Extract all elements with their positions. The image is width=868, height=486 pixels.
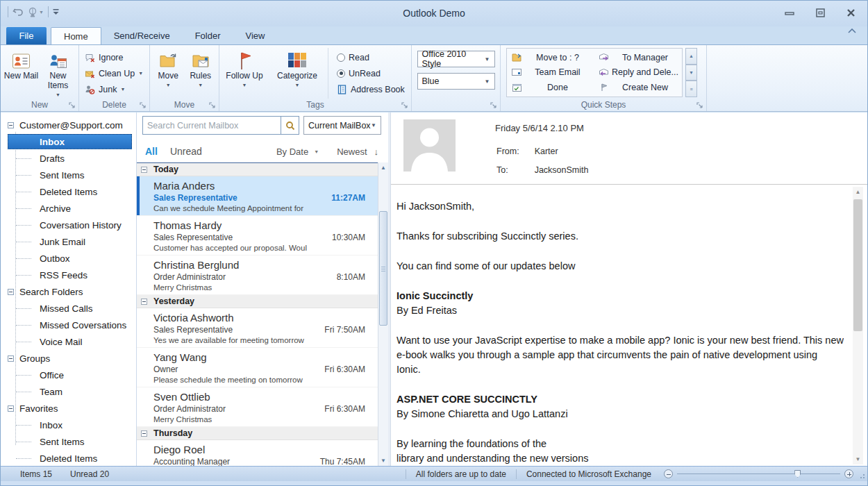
mail-item[interactable]: Sven Ottlieb Order AdministratorFri 6:30…	[137, 387, 378, 427]
collapse-icon[interactable]	[141, 430, 147, 437]
tree-item-fav-sent-items[interactable]: Sent Items	[1, 433, 136, 450]
tree-item-fav-deleted-items[interactable]: Deleted Items	[1, 450, 136, 466]
tree-item-drafts[interactable]: Drafts	[1, 150, 136, 167]
theme-combo[interactable]: Blue ▼	[417, 73, 495, 90]
tree-item-archive[interactable]: Archive	[1, 200, 136, 217]
scroll-up-icon[interactable]: ▲	[685, 48, 697, 65]
mail-item[interactable]: Christina Berglund Order Administrator8:…	[137, 255, 378, 295]
filter-all-tab[interactable]: All	[145, 146, 158, 157]
move-to-icon	[510, 53, 524, 62]
tree-item-outbox[interactable]: Outbox	[1, 250, 136, 267]
address-book-button[interactable]: Address Book	[337, 82, 405, 97]
zoom-in-button[interactable]	[844, 469, 853, 478]
mail-item[interactable]: Yang Wang OwnerFri 6:30AM Please schedul…	[137, 348, 378, 387]
tab-home[interactable]: Home	[51, 27, 101, 44]
mail-item[interactable]: Maria Anders Sales Representative11:27AM…	[137, 176, 378, 216]
mail-item[interactable]: Victoria Ashworth Sales RepresentativeFr…	[137, 308, 378, 348]
dialog-launcher-icon[interactable]	[140, 102, 147, 109]
dialog-launcher-icon[interactable]	[696, 102, 703, 109]
move-button[interactable]: Move ▼	[153, 48, 184, 99]
tree-item-conversation-history[interactable]: Coversation History	[1, 217, 136, 233]
dialog-launcher-icon[interactable]	[490, 102, 497, 109]
collapse-icon[interactable]	[8, 122, 14, 128]
close-button[interactable]	[844, 7, 858, 18]
tree-item-account[interactable]: Customer@Support.com	[1, 117, 136, 133]
mail-item[interactable]: Thomas Hardy Sales Representative10:30AM…	[137, 216, 378, 255]
tree-item-office[interactable]: Office	[1, 367, 136, 383]
sort-order-button[interactable]: Newest	[337, 146, 367, 157]
tree-item-fav-inbox[interactable]: Inbox	[1, 417, 136, 433]
unread-radio[interactable]: UnRead	[337, 66, 405, 81]
reading-pane-scrollbar[interactable]: ▲ ▼	[853, 187, 863, 464]
tab-folder[interactable]: Folder	[183, 27, 233, 44]
new-mail-button[interactable]: New Mail	[3, 48, 39, 99]
quick-step-team-email[interactable]: Team Email	[510, 65, 592, 80]
more-options-icon[interactable]: ≡	[685, 81, 697, 97]
collapse-ribbon-icon[interactable]	[848, 28, 856, 34]
scrollbar-thumb[interactable]	[853, 199, 862, 331]
scroll-down-icon[interactable]: ▼	[853, 454, 863, 464]
tab-file[interactable]: File	[6, 27, 47, 44]
tree-item-voice-mail[interactable]: Voice Mail	[1, 333, 136, 350]
tree-item-team[interactable]: Team	[1, 383, 136, 400]
tree-item-groups[interactable]: Groups	[1, 350, 136, 367]
mail-item[interactable]: Diego Roel Accounting ManagerThu 7:45AM	[137, 440, 378, 466]
quick-step-create-new[interactable]: Create New	[597, 81, 679, 95]
chevron-down-icon: ▼	[295, 83, 300, 88]
tree-item-junk-email[interactable]: Junk Email	[1, 233, 136, 250]
scroll-up-icon[interactable]: ▲	[853, 187, 863, 197]
read-radio[interactable]: Read	[337, 50, 405, 65]
restore-button[interactable]	[813, 7, 827, 18]
collapse-icon[interactable]	[141, 299, 147, 305]
zoom-slider-track[interactable]	[677, 474, 840, 474]
collapse-icon[interactable]	[8, 405, 14, 412]
quick-step-done[interactable]: Done	[510, 81, 592, 95]
tab-send-receive[interactable]: Send/Receive	[101, 27, 183, 44]
new-items-button[interactable]: New Items ▼	[40, 48, 76, 99]
ignore-button[interactable]: Ignore	[85, 50, 143, 65]
tree-item-sent-items[interactable]: Sent Items	[1, 167, 136, 183]
dialog-launcher-icon[interactable]	[401, 102, 408, 109]
tree-item-search-folders[interactable]: Search Folders	[1, 283, 136, 300]
scroll-down-icon[interactable]: ▼	[685, 65, 697, 81]
clean-up-button[interactable]: Clean Up ▼	[85, 66, 143, 81]
resize-grip[interactable]	[856, 470, 865, 478]
scroll-up-icon[interactable]: ▲	[378, 162, 388, 173]
tree-item-deleted-items[interactable]: Deleted Items	[1, 183, 136, 200]
search-input[interactable]	[143, 121, 281, 131]
quick-step-to-manager[interactable]: To Manager	[597, 50, 679, 65]
quick-step-move-to[interactable]: Move to : ?	[510, 50, 592, 65]
junk-button[interactable]: Junk ▼	[85, 82, 143, 97]
scrollbar-thumb[interactable]	[379, 211, 387, 326]
tree-item-missed-conversations[interactable]: Missed Coversations	[1, 317, 136, 333]
search-icon[interactable]	[281, 117, 299, 134]
mail-list-scrollbar[interactable]: ▲ ▼	[378, 162, 388, 466]
collapse-icon[interactable]	[8, 355, 14, 362]
mail-group-header-yesterday[interactable]: Yesterday	[137, 295, 378, 308]
tab-view[interactable]: View	[233, 27, 278, 44]
mailbox-scope-combo[interactable]: Current MailBox ▼	[303, 116, 381, 135]
zoom-slider-thumb[interactable]	[794, 470, 801, 478]
dialog-launcher-icon[interactable]	[69, 102, 76, 109]
tree-item-rss-feeds[interactable]: RSS Feeds	[1, 267, 136, 283]
tree-item-missed-calls[interactable]: Missed Calls	[1, 300, 136, 317]
tree-item-favorites[interactable]: Favorites	[1, 400, 136, 417]
filter-unread-tab[interactable]: Unread	[170, 146, 202, 157]
rules-button[interactable]: Rules ▼	[185, 48, 217, 99]
quick-step-reply-delete[interactable]: Reply and Dele...	[597, 65, 679, 80]
collapse-icon[interactable]	[141, 167, 147, 173]
mail-group-header-today[interactable]: Today	[137, 163, 378, 176]
scroll-down-icon[interactable]: ▼	[378, 455, 388, 466]
dialog-launcher-icon[interactable]	[209, 102, 216, 109]
mail-group-header-thursday[interactable]: Thursday	[137, 427, 378, 440]
tree-item-inbox[interactable]: Inbox	[1, 133, 136, 150]
follow-up-button[interactable]: Follow Up ▼	[222, 48, 267, 99]
sort-direction-icon[interactable]: ↓	[374, 146, 379, 157]
style-combo[interactable]: Office 2010 Style ▼	[417, 51, 495, 67]
collapse-icon[interactable]	[8, 289, 14, 295]
body-paragraph: Want to use your JavaScript expertise to…	[397, 333, 844, 377]
sort-by-button[interactable]: By Date	[276, 146, 308, 157]
zoom-out-button[interactable]	[664, 469, 673, 478]
categorize-button[interactable]: Categorize ▼	[272, 48, 322, 99]
minimize-button[interactable]	[783, 7, 796, 18]
